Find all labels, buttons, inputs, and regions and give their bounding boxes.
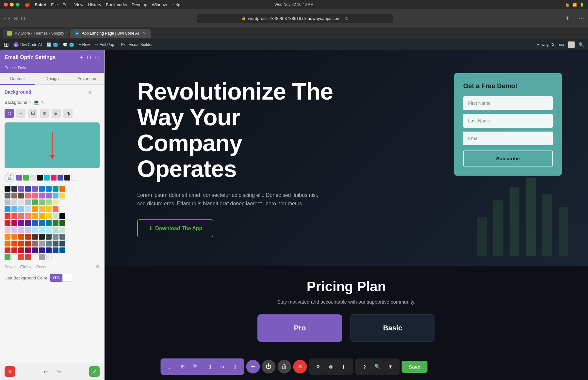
first-name-input[interactable] (463, 96, 553, 110)
zoom-toolbar-button[interactable]: 🔍 (371, 361, 383, 372)
edit-menu[interactable]: Edit (62, 2, 70, 7)
cg-swatch[interactable] (39, 199, 45, 205)
cg-swatch[interactable] (5, 193, 10, 198)
cg-swatch[interactable] (46, 193, 52, 198)
wp-bar-updates[interactable]: 🔄 2 (46, 42, 58, 47)
sidebar-preset[interactable]: Preset: Default (0, 64, 104, 73)
maximize-button[interactable] (16, 3, 20, 7)
cg-swatch[interactable] (11, 254, 17, 260)
sidebar-duplicate-icon[interactable]: ⊞ (79, 54, 84, 60)
cg-swatch[interactable] (59, 220, 65, 226)
use-bg-toggle[interactable]: YES (50, 274, 72, 282)
cg-swatch[interactable] (18, 234, 24, 240)
toolbar-tablet-button[interactable]: ▭ (216, 361, 228, 372)
cg-swatch[interactable] (59, 206, 65, 212)
swatch-pink[interactable] (51, 175, 57, 181)
cg-swatch[interactable] (39, 193, 45, 198)
undo-button[interactable]: ↩ (41, 366, 51, 377)
bookmarks-menu[interactable]: Bookmarks (106, 2, 127, 7)
confirm-button[interactable]: ✓ (89, 366, 100, 377)
power-button[interactable]: ⏻ (262, 360, 275, 373)
cg-swatch[interactable] (5, 199, 10, 205)
cg-swatch[interactable] (18, 247, 24, 253)
add-custom-swatch[interactable]: + (46, 254, 52, 260)
cg-swatch[interactable] (18, 186, 24, 192)
swatch-green[interactable] (23, 175, 29, 181)
eyedropper-button[interactable]: 🔬 (5, 173, 14, 182)
cg-swatch[interactable] (25, 213, 31, 219)
refresh-icon[interactable]: ⚙ (96, 264, 100, 269)
display-toolbar-button[interactable]: ⊞ (384, 361, 396, 372)
cg-swatch[interactable] (11, 199, 17, 205)
cg-swatch[interactable] (18, 206, 24, 212)
subscribe-button[interactable]: Subscribe (463, 150, 553, 166)
settings-toolbar-button[interactable]: ⚙ (312, 361, 324, 372)
cg-swatch[interactable] (32, 186, 38, 192)
cg-swatch[interactable] (18, 220, 24, 226)
wp-bar-edit[interactable]: ✏ Edit Page (95, 42, 117, 47)
cg-swatch[interactable] (11, 186, 17, 192)
cg-swatch[interactable] (11, 213, 17, 219)
cg-swatch[interactable] (25, 227, 31, 233)
tab-content[interactable]: Content (0, 73, 35, 85)
cg-swatch[interactable] (53, 220, 58, 226)
cg-swatch[interactable] (18, 193, 24, 198)
bg-type-pattern[interactable]: ⊞ (40, 109, 49, 118)
cg-swatch[interactable] (32, 254, 38, 260)
toolbar-mobile-button[interactable]: ▯ (229, 361, 241, 372)
toolbar-search-button[interactable]: 🔍 (190, 361, 202, 372)
close-sidebar-button[interactable]: ✕ (5, 366, 15, 377)
cg-swatch[interactable] (53, 193, 58, 198)
sidebar-layout-icon[interactable]: ⊡ (87, 54, 91, 60)
cg-swatch[interactable] (46, 227, 52, 233)
share-button[interactable]: ⬆ (565, 15, 569, 22)
tab-wordpress[interactable]: W App Landing Page | Divi Code AI ✕ (70, 29, 151, 38)
history-menu[interactable]: History (88, 2, 101, 7)
cg-swatch[interactable] (11, 193, 17, 198)
cg-swatch[interactable] (39, 247, 45, 253)
cg-swatch[interactable] (53, 227, 58, 233)
toolbar-grid-button[interactable]: ⊞ (177, 361, 188, 372)
save-button[interactable]: Save (401, 361, 427, 373)
cg-swatch[interactable] (53, 186, 58, 192)
cg-swatch[interactable] (53, 213, 58, 219)
bg-cursor-icon[interactable]: ↖ (41, 100, 45, 105)
cg-swatch[interactable] (5, 241, 10, 246)
swatch-cyan[interactable] (44, 175, 50, 181)
cg-swatch[interactable] (5, 247, 10, 253)
cg-swatch[interactable] (25, 186, 31, 192)
cg-swatch[interactable] (39, 206, 45, 212)
info-icon[interactable]: ? (29, 100, 31, 104)
sidebar-toggle[interactable]: ⊞ (14, 15, 18, 22)
cg-swatch[interactable] (39, 234, 45, 240)
sidebar-more-icon[interactable]: ⋯ (94, 54, 100, 60)
wp-bar-exit-builder[interactable]: Exit Visual Builder (121, 42, 153, 47)
url-bar[interactable]: 🔒 wordpress-784896-3788616.cloudwaysapps… (197, 14, 393, 23)
cg-swatch[interactable] (59, 186, 65, 192)
close-toolbar-button[interactable]: ✕ (293, 360, 307, 373)
cg-swatch[interactable] (25, 241, 31, 246)
cg-swatch[interactable] (18, 213, 24, 219)
cg-swatch[interactable] (11, 227, 17, 233)
develop-menu[interactable]: Develop (132, 2, 147, 7)
toggle-box[interactable] (62, 274, 72, 282)
swatch-white[interactable] (71, 175, 77, 181)
cg-swatch[interactable] (46, 186, 52, 192)
safari-menu[interactable]: Safari (35, 2, 46, 7)
cg-swatch[interactable] (11, 234, 17, 240)
swatch-purple[interactable] (16, 175, 22, 181)
swatch-verydark[interactable] (64, 175, 70, 181)
window-menu[interactable]: Window (152, 2, 167, 7)
cg-swatch[interactable] (32, 220, 38, 226)
redo-button[interactable]: ↪ (54, 366, 64, 377)
bg-type-video[interactable]: ▶ (52, 109, 61, 118)
global-tab[interactable]: Global (20, 265, 32, 269)
cg-swatch[interactable] (5, 234, 10, 240)
cg-swatch[interactable] (32, 206, 38, 212)
last-name-input[interactable] (463, 114, 553, 128)
cg-swatch[interactable] (53, 241, 58, 246)
extensions-button[interactable]: ⋯ (579, 15, 584, 22)
cg-swatch[interactable] (11, 241, 17, 246)
cg-swatch[interactable] (46, 220, 52, 226)
close-button[interactable] (4, 3, 8, 7)
